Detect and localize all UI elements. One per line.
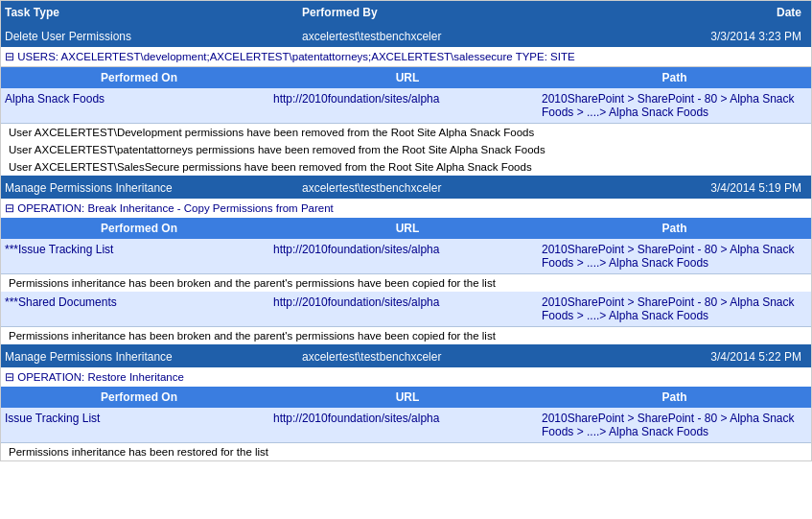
performed-by-2: axcelertest\testbenchxceler xyxy=(302,181,590,195)
sub-header-path-3: Path xyxy=(542,390,807,404)
note-3-0: Permissions inheritance has been restore… xyxy=(1,443,811,460)
performed-by-3: axcelertest\testbenchxceler xyxy=(302,350,590,364)
path-1-0: 2010SharePoint > SharePoint - 80 > Alpha… xyxy=(542,92,807,119)
task-type-3: Manage Permissions Inheritance xyxy=(5,350,302,364)
note-2-1: Permissions inheritance has been broken … xyxy=(1,327,811,344)
users-line-1: ⊟ USERS: AXCELERTEST\development;AXCELER… xyxy=(1,47,811,67)
url-3-0: http://2010foundation/sites/alpha xyxy=(273,412,542,425)
task-type-2: Manage Permissions Inheritance xyxy=(5,181,302,195)
url-2-1: http://2010foundation/sites/alpha xyxy=(273,295,542,309)
data-row-2-1: ***Shared Documents http://2010foundatio… xyxy=(1,292,811,327)
operation-line-2: ⊟ OPERATION: Break Inheritance - Copy Pe… xyxy=(1,199,811,218)
sub-header-on-1: Performed On xyxy=(5,71,273,84)
path-2-1: 2010SharePoint > SharePoint - 80 > Alpha… xyxy=(542,295,807,322)
sub-header-url-3: URL xyxy=(273,390,542,404)
performed-on-2-0: ***Issue Tracking List xyxy=(5,243,273,256)
date-3: 3/4/2014 5:22 PM xyxy=(590,350,807,364)
url-2-0: http://2010foundation/sites/alpha xyxy=(273,243,542,256)
performed-on-1-0: Alpha Snack Foods xyxy=(5,92,273,106)
task-row-2: Manage Permissions Inheritance axcelerte… xyxy=(1,176,811,199)
sub-header-on-2: Performed On xyxy=(5,222,273,235)
sub-header-3: Performed On URL Path xyxy=(1,387,811,408)
sub-header-path-1: Path xyxy=(542,71,807,84)
task-row-3: Manage Permissions Inheritance axcelerte… xyxy=(1,344,811,367)
performed-by-1: axcelertest\testbenchxceler xyxy=(302,30,590,43)
note-1-0: User AXCELERTEST\Development permissions… xyxy=(1,124,811,141)
operation-line-3: ⊟ OPERATION: Restore Inheritance xyxy=(1,367,811,387)
sub-header-on-3: Performed On xyxy=(5,390,273,404)
sub-header-1: Performed On URL Path xyxy=(1,67,811,88)
main-header-row: Task Type Performed By Date xyxy=(1,1,811,24)
header-date: Date xyxy=(590,6,807,19)
task-row-1: Delete User Permissions axcelertest\test… xyxy=(1,24,811,47)
note-1-2: User AXCELERTEST\SalesSecure permissions… xyxy=(1,158,811,176)
header-performed-by: Performed By xyxy=(302,6,590,19)
url-1-0: http://2010foundation/sites/alpha xyxy=(273,92,542,106)
performed-on-3-0: Issue Tracking List xyxy=(5,412,273,425)
operation-text-3: ⊟ OPERATION: Restore Inheritance xyxy=(5,371,184,383)
path-2-0: 2010SharePoint > SharePoint - 80 > Alpha… xyxy=(542,243,807,270)
users-text-1: ⊟ USERS: AXCELERTEST\development;AXCELER… xyxy=(5,51,575,62)
sub-header-url-1: URL xyxy=(273,71,542,84)
data-row-2-0: ***Issue Tracking List http://2010founda… xyxy=(1,239,811,274)
sub-header-2: Performed On URL Path xyxy=(1,218,811,239)
note-1-1: User AXCELERTEST\patentattorneys permiss… xyxy=(1,141,811,158)
data-row-1-0: Alpha Snack Foods http://2010foundation/… xyxy=(1,88,811,124)
performed-on-2-1: ***Shared Documents xyxy=(5,295,273,309)
sub-header-url-2: URL xyxy=(273,222,542,235)
audit-table: Task Type Performed By Date Delete User … xyxy=(0,0,812,461)
operation-text-2: ⊟ OPERATION: Break Inheritance - Copy Pe… xyxy=(5,202,334,214)
sub-header-path-2: Path xyxy=(542,222,807,235)
date-1: 3/3/2014 3:23 PM xyxy=(590,30,807,43)
path-3-0: 2010SharePoint > SharePoint - 80 > Alpha… xyxy=(542,412,807,438)
header-task-type: Task Type xyxy=(5,6,302,19)
date-2: 3/4/2014 5:19 PM xyxy=(590,181,807,195)
task-type-1: Delete User Permissions xyxy=(5,30,302,43)
data-row-3-0: Issue Tracking List http://2010foundatio… xyxy=(1,408,811,443)
note-2-0: Permissions inheritance has been broken … xyxy=(1,274,811,292)
